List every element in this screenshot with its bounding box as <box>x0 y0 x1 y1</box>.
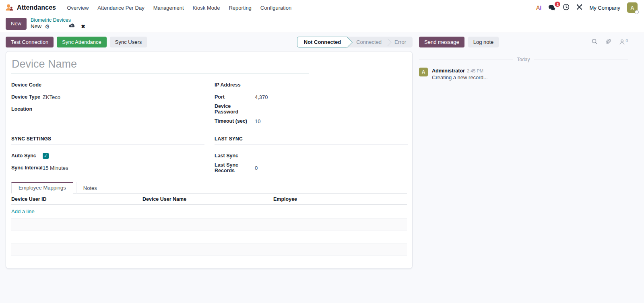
form-buttons: Test Connection Sync Attendance Sync Use… <box>6 37 413 47</box>
main-area: Device Code Device Type ZKTeco Location … <box>0 51 644 269</box>
last-sync-records-value: 0 <box>255 165 258 171</box>
last-sync-records-label: Last Sync Records <box>215 162 255 173</box>
top-navbar: Attendances Overview Attendance Per Day … <box>0 0 644 15</box>
breadcrumb-current: New <box>31 23 41 30</box>
status-step-not-connected[interactable]: Not Connected <box>297 37 347 47</box>
log-note-button[interactable]: Log note <box>468 37 499 47</box>
navbar-left: Attendances Overview Attendance Per Day … <box>5 2 296 13</box>
tab-notes[interactable]: Notes <box>76 182 104 194</box>
chatter-controls: Send message Log note <box>419 37 638 47</box>
field-last-sync: Last Sync <box>215 150 408 162</box>
last-sync-title: LAST SYNC <box>215 136 408 145</box>
port-value[interactable]: 4,370 <box>255 94 268 100</box>
location-label: Location <box>11 106 43 112</box>
send-message-button[interactable]: Send message <box>419 37 464 47</box>
chatter-thread: Today A Administrator2:45 PM Creating a … <box>413 51 638 80</box>
employee-mappings-table: Device User ID Device User Name Employee… <box>11 194 407 269</box>
device-type-label: Device Type <box>11 94 43 100</box>
app-root: Attendances Overview Attendance Per Day … <box>0 0 644 269</box>
message-time: 2:45 PM <box>467 68 483 73</box>
last-sync-section: LAST SYNC Last Sync Last Sync Records 0 <box>215 127 408 174</box>
save-cloud-icon[interactable] <box>68 23 75 30</box>
statusbar: Not Connected Connected Error <box>297 37 413 47</box>
menu-attendance-per-day[interactable]: Attendance Per Day <box>93 2 149 13</box>
field-last-sync-records: Last Sync Records 0 <box>215 162 408 174</box>
sync-settings-section: SYNC SETTINGS Auto Sync ✓ Sync Interval … <box>11 127 204 174</box>
button-box: Test Connection Sync Attendance Sync Use… <box>0 33 644 51</box>
col-device-user-name: Device User Name <box>142 196 273 202</box>
search-messages-icon[interactable] <box>591 38 598 46</box>
field-device-password: Device Password <box>215 103 408 115</box>
table-header-row: Device User ID Device User Name Employee <box>11 194 407 205</box>
timeout-value[interactable]: 10 <box>255 118 260 124</box>
empty-table-row <box>11 218 407 231</box>
message-content: Administrator2:45 PM Creating a new reco… <box>432 68 488 80</box>
right-field-column: IP Address Port 4,370 Device Password Ti… <box>215 79 408 127</box>
gear-icon[interactable]: ⚙ <box>45 24 50 29</box>
user-avatar[interactable]: A <box>627 2 638 13</box>
field-port: Port 4,370 <box>215 91 408 103</box>
tools-icon[interactable] <box>576 4 582 11</box>
attendances-app-icon[interactable] <box>5 3 14 12</box>
field-sync-interval: Sync Interval 15 Minutes <box>11 162 204 174</box>
message-body: Creating a new record... <box>432 74 488 80</box>
field-device-type: Device Type ZKTeco <box>11 91 204 103</box>
device-password-label: Device Password <box>215 103 255 115</box>
sync-settings-title: SYNC SETTINGS <box>11 136 204 145</box>
tab-employee-mappings[interactable]: Employee Mappings <box>11 182 73 194</box>
field-location: Location <box>11 103 204 115</box>
menu-configuration[interactable]: Configuration <box>256 2 296 13</box>
form-sheet: Device Code Device Type ZKTeco Location … <box>6 51 413 269</box>
menu-overview[interactable]: Overview <box>62 2 93 13</box>
field-device-code: Device Code <box>11 79 204 91</box>
sync-users-button[interactable]: Sync Users <box>110 37 147 47</box>
test-connection-button[interactable]: Test Connection <box>6 37 54 47</box>
status-step-error[interactable]: Error <box>388 37 413 47</box>
followers-icon[interactable]: 0 <box>619 39 628 45</box>
empty-table-row <box>11 243 407 256</box>
messages-icon[interactable]: 2 <box>548 4 556 11</box>
attachment-paperclip-icon[interactable] <box>605 38 611 46</box>
ai-icon[interactable]: AI <box>536 4 541 11</box>
empty-table-row <box>11 256 407 269</box>
navbar-right: AI 2 My Company <box>536 2 639 13</box>
col-device-user-id: Device User ID <box>11 196 142 202</box>
notebook-tabs: Employee Mappings Notes <box>11 182 407 194</box>
sync-interval-label: Sync Interval <box>11 165 43 171</box>
ip-address-label: IP Address <box>215 82 255 88</box>
timeout-label: Timeout (sec) <box>215 118 255 124</box>
left-field-column: Device Code Device Type ZKTeco Location <box>11 79 204 127</box>
control-panel: New Biometric Devices New ⚙ ✖ <box>0 15 644 33</box>
add-a-line-link[interactable]: Add a line <box>11 205 407 218</box>
auto-sync-label: Auto Sync <box>11 153 43 159</box>
main-menu: Overview Attendance Per Day Management K… <box>62 2 296 13</box>
breadcrumb-parent-link[interactable]: Biometric Devices <box>31 17 85 23</box>
breadcrumb: Biometric Devices New ⚙ ✖ <box>31 17 85 30</box>
device-type-value[interactable]: ZKTeco <box>43 94 60 100</box>
message-author: Administrator <box>432 68 465 74</box>
followers-count: 0 <box>625 39 628 43</box>
activities-clock-icon[interactable] <box>563 4 570 12</box>
device-name-input[interactable] <box>11 57 309 74</box>
new-button[interactable]: New <box>6 18 27 30</box>
auto-sync-checkbox[interactable]: ✓ <box>43 153 49 159</box>
company-name[interactable]: My Company <box>589 5 620 11</box>
menu-kiosk-mode[interactable]: Kiosk Mode <box>188 2 225 13</box>
app-title[interactable]: Attendances <box>17 4 56 11</box>
field-timeout: Timeout (sec) 10 <box>215 115 408 127</box>
last-sync-label: Last Sync <box>215 153 255 159</box>
menu-reporting[interactable]: Reporting <box>224 2 256 13</box>
menu-management[interactable]: Management <box>149 2 188 13</box>
device-code-label: Device Code <box>11 82 43 88</box>
sync-attendance-button[interactable]: Sync Attendance <box>57 37 107 47</box>
messages-badge: 2 <box>555 2 560 7</box>
status-step-connected[interactable]: Connected <box>347 37 388 47</box>
discard-x-icon[interactable]: ✖ <box>81 24 85 29</box>
chatter-message: A Administrator2:45 PM Creating a new re… <box>419 68 628 80</box>
date-divider-label: Today <box>517 57 530 62</box>
col-employee: Employee <box>273 196 407 202</box>
port-label: Port <box>215 94 255 100</box>
empty-table-row <box>11 231 407 243</box>
user-avatar-letter: A <box>630 5 634 11</box>
sync-interval-value[interactable]: 15 Minutes <box>43 165 68 171</box>
